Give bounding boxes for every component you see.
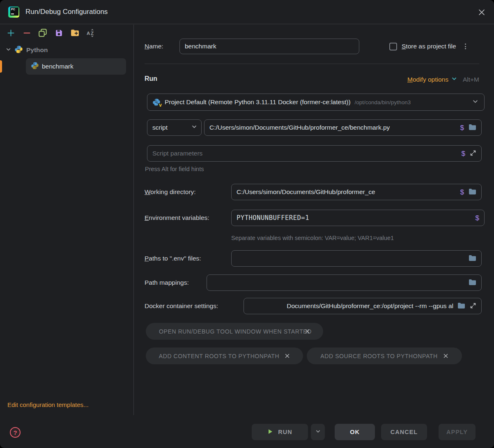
environment-variables-field[interactable]: $ xyxy=(231,210,485,226)
script-path-field[interactable]: $ xyxy=(204,119,482,136)
add-configuration-icon[interactable] xyxy=(6,28,16,38)
working-directory-input[interactable] xyxy=(237,188,456,196)
modify-options-shortcut: Alt+M xyxy=(463,76,479,83)
pycharm-logo-icon: PC xyxy=(8,7,19,18)
chevron-down-icon[interactable] xyxy=(6,46,11,54)
docker-container-settings-field[interactable]: Documents/GitHub/proformer_ce:/opt/proje… xyxy=(244,298,482,314)
dialog-title: Run/Debug Configurations xyxy=(25,8,108,16)
docker-container-settings-value: Documents/GitHub/proformer_ce:/opt/proje… xyxy=(287,302,453,310)
python-icon xyxy=(14,45,23,55)
insert-macro-icon[interactable]: $ xyxy=(460,189,464,196)
script-path-input[interactable] xyxy=(209,124,456,131)
sidebar-separator xyxy=(133,25,134,415)
chevron-down-icon xyxy=(472,98,478,106)
pill-add-source-roots[interactable]: ADD SOURCE ROOTS TO PYTHONPATH xyxy=(307,347,462,364)
store-as-project-file-row: Store as project file xyxy=(389,39,467,54)
working-directory-label: Working directory: xyxy=(145,184,196,200)
store-as-project-file-checkbox[interactable] xyxy=(389,43,397,50)
save-configuration-icon[interactable] xyxy=(54,28,64,38)
remove-configuration-icon[interactable] xyxy=(22,28,32,38)
help-icon[interactable]: ? xyxy=(10,427,21,438)
run-button[interactable]: RUN xyxy=(252,424,308,440)
run-debug-configurations-dialog: PC Run/Debug Configurations xyxy=(0,0,494,448)
env-files-label: Paths to ".env" files: xyxy=(145,250,201,267)
run-options-dropdown-button[interactable] xyxy=(311,424,325,440)
remove-option-icon[interactable] xyxy=(285,353,290,359)
pill-add-content-roots[interactable]: ADD CONTENT ROOTS TO PYTHONPATH xyxy=(146,347,303,364)
tree-item-benchmark[interactable]: benchmark xyxy=(26,58,126,75)
browse-folder-icon[interactable] xyxy=(469,124,476,132)
play-icon xyxy=(267,429,273,436)
remove-option-icon[interactable] xyxy=(305,329,310,334)
expand-field-icon[interactable] xyxy=(470,150,476,158)
kebab-menu-icon[interactable] xyxy=(464,43,467,50)
environment-variables-hint: Separate variables with semicolon: VAR=v… xyxy=(231,235,394,241)
chevron-down-icon xyxy=(451,76,457,83)
working-directory-field[interactable]: $ xyxy=(231,184,482,200)
script-parameters-field[interactable]: $ xyxy=(147,145,482,162)
insert-macro-icon[interactable]: $ xyxy=(460,124,464,131)
ok-button[interactable]: OK xyxy=(335,424,375,440)
python-icon xyxy=(31,62,39,71)
python-interpreter-icon: v xyxy=(152,98,161,106)
browse-folder-icon[interactable] xyxy=(469,255,476,263)
name-label: Name: xyxy=(145,39,163,54)
apply-button[interactable]: APPLY xyxy=(439,424,476,440)
edit-configuration-templates-link[interactable]: Edit configuration templates... xyxy=(7,401,89,408)
path-mappings-label: Path mappings: xyxy=(145,274,189,291)
python-interpreter-select[interactable]: v Project Default (Remote Python 3.11.11… xyxy=(147,94,485,111)
environment-variables-label: Environment variables: xyxy=(145,210,209,226)
script-parameters-input[interactable] xyxy=(152,150,457,157)
interpreter-value: Project Default (Remote Python 3.11.11 D… xyxy=(165,98,351,106)
modify-options-row: Modify options Alt+M xyxy=(407,76,479,83)
chevron-down-icon xyxy=(315,429,321,435)
run-section-title: Run xyxy=(145,75,157,82)
env-files-input[interactable] xyxy=(237,255,464,262)
store-as-project-file-label: Store as project file xyxy=(402,43,456,50)
section-divider xyxy=(145,64,479,64)
target-type-select[interactable]: script xyxy=(147,119,202,136)
docker-container-settings-label: Docker container settings: xyxy=(145,298,218,314)
tree-group-label: Python xyxy=(26,46,48,54)
field-hints-text: Press Alt for field hints xyxy=(145,166,204,172)
path-mappings-field[interactable] xyxy=(207,274,482,291)
browse-folder-icon[interactable] xyxy=(469,279,476,287)
env-files-field[interactable] xyxy=(231,250,482,267)
browse-folder-icon[interactable] xyxy=(457,302,465,310)
browse-folder-icon[interactable] xyxy=(469,188,476,196)
tree-item-label: benchmark xyxy=(42,63,74,70)
insert-macro-icon[interactable]: $ xyxy=(462,150,465,157)
configurations-toolbar: A Z xyxy=(6,28,102,38)
new-folder-icon[interactable] xyxy=(70,28,80,38)
modify-options-link[interactable]: Modify options xyxy=(407,76,448,83)
interpreter-path: /opt/conda/bin/python3 xyxy=(355,99,411,105)
cancel-button[interactable]: CANCEL xyxy=(381,424,427,440)
pill-open-run-debug-tool-window[interactable]: OPEN RUN/DEBUG TOOL WINDOW WHEN STARTED xyxy=(146,323,323,340)
sort-configurations-icon[interactable]: A Z xyxy=(86,28,96,38)
target-type-value: script xyxy=(152,124,168,131)
expand-field-icon[interactable] xyxy=(470,302,476,310)
tree-group-python[interactable]: Python xyxy=(6,43,48,57)
environment-variables-input[interactable] xyxy=(237,214,471,222)
close-icon[interactable] xyxy=(478,8,486,16)
titlebar: PC Run/Debug Configurations xyxy=(0,0,494,24)
name-input[interactable] xyxy=(185,43,354,50)
svg-text:A: A xyxy=(87,31,90,36)
chevron-down-icon xyxy=(191,124,197,131)
remove-option-icon[interactable] xyxy=(443,353,448,359)
selection-indicator-bar xyxy=(0,60,2,73)
insert-macro-icon[interactable]: $ xyxy=(476,215,479,222)
path-mappings-input[interactable] xyxy=(212,279,464,286)
svg-text:Z: Z xyxy=(91,31,94,36)
copy-configuration-icon[interactable] xyxy=(38,28,48,38)
name-field[interactable] xyxy=(179,39,359,54)
